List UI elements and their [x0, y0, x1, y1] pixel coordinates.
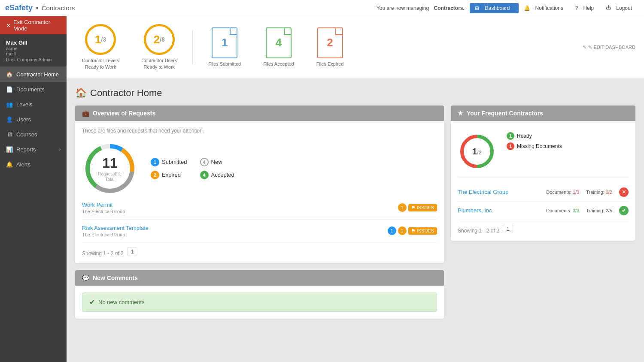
- briefcase-icon: 💼: [82, 110, 89, 117]
- plumbers-link[interactable]: Plumbers, Inc: [458, 207, 539, 214]
- logout-button[interactable]: ⏻ Logout: [602, 3, 639, 13]
- plumbers-training: Training: 2/5: [586, 208, 612, 213]
- sidebar-item-label: Levels: [16, 101, 33, 108]
- expired-badge: 2: [151, 171, 159, 179]
- help-button[interactable]: ? Help: [572, 3, 601, 13]
- plumbers-docs-value: 3/3: [573, 208, 579, 213]
- files-accepted-label: Files Accepted: [263, 61, 294, 67]
- work-item-1-row: Work Permit The Electrical Group 1 ⚑ ISS…: [82, 202, 437, 214]
- stat-contractor-users[interactable]: 2/8 Contractor UsersReady to Work: [134, 21, 184, 74]
- sidebar-item-label: Reports: [16, 146, 36, 153]
- overview-page-btn[interactable]: 1: [127, 247, 138, 256]
- star-icon: ★: [458, 110, 463, 117]
- work-permit-title[interactable]: Work Permit: [82, 202, 125, 208]
- sidebar-item-levels[interactable]: 👥 Levels: [0, 97, 67, 112]
- edit-icon: ✎: [583, 45, 586, 50]
- left-column: 💼 Overview of Requests These are files a…: [75, 106, 444, 326]
- freq-page-btn[interactable]: 1: [503, 225, 513, 233]
- missing-badge: 1: [507, 142, 514, 150]
- sidebar-item-documents[interactable]: 📄 Documents: [0, 82, 67, 97]
- contractor-row-plumbers: Plumbers, Inc Documents: 3/3 Training: 2…: [458, 202, 629, 220]
- home-icon: 🏠: [6, 71, 13, 78]
- stat-files-expired[interactable]: 2 Files Expired: [310, 24, 351, 71]
- submitted-label: Submitted: [162, 159, 187, 165]
- overview-pagination: Showing 1 - 2 of 2 1: [82, 247, 437, 256]
- stat-files-submitted[interactable]: 1 Files Submitted: [201, 24, 248, 71]
- ready-label: Ready: [517, 133, 532, 139]
- electrical-group-docs: Documents: 1/3: [546, 190, 579, 195]
- sidebar-item-label: Contractor Home: [16, 71, 59, 78]
- users-icon: 👤: [6, 116, 13, 123]
- comment-icon: 💬: [82, 275, 89, 281]
- dashboard-button[interactable]: ⊞ Dashboard: [470, 3, 519, 13]
- freq-pagination: Showing 1 - 2 of 2 1: [458, 224, 629, 234]
- work-item-1-info: Work Permit The Electrical Group: [82, 202, 125, 214]
- main-content: 1/3 Contractor LevelsReady to Work 2/8 C…: [67, 16, 644, 362]
- brand-logo: eSafety: [5, 3, 33, 12]
- missing-documents-label: Missing Documents: [517, 143, 562, 149]
- accepted-badge: 4: [200, 171, 209, 179]
- user-username: mgill: [6, 51, 61, 56]
- risk-assessment-tag-orange: 1: [398, 226, 407, 235]
- freq-donut-center: 1/2: [472, 146, 482, 156]
- electrical-group-link[interactable]: The Electrical Group: [458, 189, 539, 195]
- notifications-button[interactable]: 🔔 Notifications: [520, 3, 570, 13]
- bell-icon: 🔔: [524, 5, 530, 11]
- stats-divider: [192, 30, 193, 64]
- logout-icon: ⏻: [606, 5, 611, 11]
- risk-assessment-tag-blue: 1: [388, 226, 396, 235]
- work-item-2-row: Risk Assessment Template The Electrical …: [82, 225, 437, 237]
- top-bar-left: eSafety ▪ Contractors: [5, 3, 75, 12]
- overview-card-body: These are files and requests that need y…: [75, 121, 444, 263]
- freq-donut-big: 1: [472, 146, 477, 156]
- req-item-submitted: 1 Submitted: [151, 158, 187, 166]
- contractor-users-circle: 2/8: [144, 24, 175, 55]
- brand-sep: ▪: [36, 5, 38, 11]
- user-company: acme: [6, 46, 61, 51]
- sidebar-item-users[interactable]: 👤 Users: [0, 112, 67, 127]
- check-circle-icon: ✔: [89, 298, 95, 306]
- donut-label: Request/FileTotal: [98, 171, 122, 182]
- edit-dashboard-button[interactable]: ✎ ✎ EDIT DASHBOARD: [583, 45, 635, 50]
- submitted-badge: 1: [151, 158, 159, 166]
- donut-total: 11: [98, 155, 122, 171]
- dashboard-icon: ⊞: [475, 5, 479, 11]
- stats-bar: 1/3 Contractor LevelsReady to Work 2/8 C…: [67, 16, 644, 79]
- overview-card: 💼 Overview of Requests These are files a…: [75, 106, 444, 263]
- sidebar-item-label: Users: [16, 116, 31, 123]
- contractor-levels-circle: 1/3: [85, 24, 116, 55]
- files-submitted-label: Files Submitted: [208, 61, 241, 67]
- freq-legend: 1 Ready 1 Missing Documents: [507, 132, 562, 150]
- page-title: 🏠 Contractor Home: [75, 87, 635, 99]
- exit-icon: ✕: [6, 22, 11, 29]
- work-item-2-tags: 1 1 ⚑ ISSUES: [388, 226, 437, 235]
- expired-label: Expired: [162, 172, 181, 178]
- comments-card: 💬 New Comments ✔ No new comments: [75, 270, 444, 319]
- overview-inner: 11 Request/FileTotal 1 Submitted: [82, 141, 437, 196]
- right-column: ★ Your Frequent Contractors: [451, 106, 635, 326]
- user-name: Max Gill: [6, 39, 61, 46]
- donut-center: 11 Request/FileTotal: [98, 155, 122, 182]
- files-expired-label: Files Expired: [316, 61, 344, 67]
- sidebar-item-alerts[interactable]: 🔔 Alerts: [0, 157, 67, 172]
- risk-assessment-title[interactable]: Risk Assessment Template: [82, 225, 149, 231]
- levels-icon: 👥: [6, 101, 13, 108]
- managing-text: You are now managing Contractors.: [377, 5, 465, 11]
- freq-donut-small: /2: [477, 149, 482, 155]
- stat-contractor-levels[interactable]: 1/3 Contractor LevelsReady to Work: [75, 21, 126, 74]
- work-permit-issues-tag: ⚑ ISSUES: [408, 204, 437, 211]
- sidebar-item-contractor-home[interactable]: 🏠 Contractor Home: [0, 67, 67, 82]
- stat-files-accepted[interactable]: 4 Files Accepted: [256, 24, 301, 71]
- plumbers-status-check: ✔: [619, 206, 629, 215]
- frequent-contractors-card: ★ Your Frequent Contractors: [451, 106, 635, 241]
- sidebar-item-label: Alerts: [16, 161, 30, 168]
- sidebar-item-reports[interactable]: 📊 Reports ›: [0, 142, 67, 157]
- sidebar-item-courses[interactable]: 🖥 Courses: [0, 127, 67, 142]
- files-submitted-icon: 1: [212, 27, 237, 58]
- electrical-docs-value: 1/3: [573, 190, 579, 195]
- alerts-icon: 🔔: [6, 161, 13, 168]
- work-item-2: Risk Assessment Template The Electrical …: [82, 220, 437, 243]
- plumbers-docs: Documents: 3/3: [546, 208, 579, 213]
- exit-contractor-mode-button[interactable]: ✕ Exit Contractor Mode: [0, 16, 67, 34]
- electrical-training-value: 0/2: [606, 190, 612, 195]
